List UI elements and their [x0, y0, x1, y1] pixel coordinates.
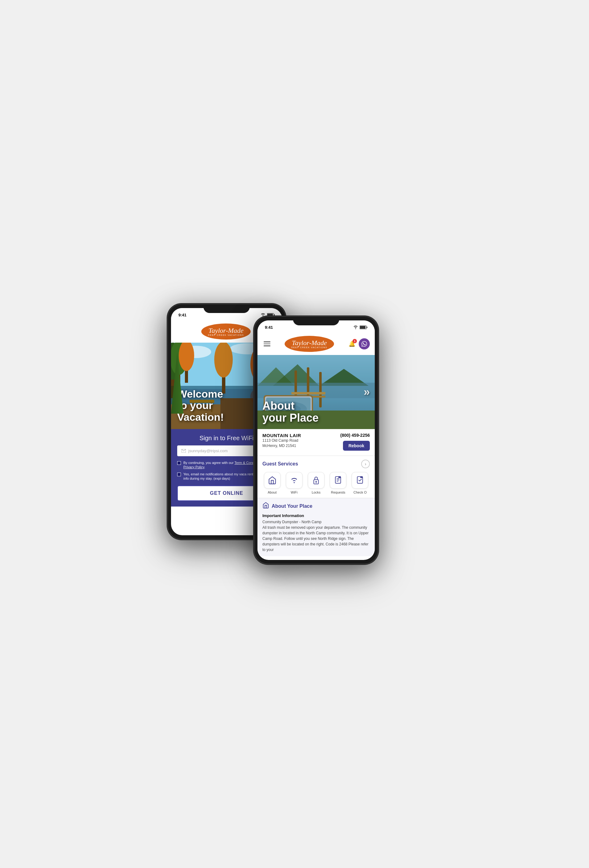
hero-line2-2: your Place: [263, 412, 319, 424]
logo-1: Taylor-Made DEEP CREEK VACATIONS: [201, 323, 251, 340]
service-about-label: About: [268, 490, 277, 494]
wifi-icon-box: [286, 472, 303, 489]
hero-line2-1: to your: [177, 399, 213, 411]
service-requests-label: Requests: [331, 490, 345, 494]
brand-sub-1: DEEP CREEK VACATIONS: [208, 334, 244, 336]
svg-rect-2: [267, 314, 273, 316]
rebook-button[interactable]: Rebook: [343, 441, 370, 451]
svg-rect-1: [274, 314, 275, 316]
services-row: About WiFi: [263, 472, 370, 494]
guest-services-title: Guest Services: [263, 461, 298, 467]
chevron-double-icon[interactable]: »: [364, 385, 370, 399]
about-icon-box: [264, 472, 280, 489]
svg-rect-59: [360, 476, 363, 478]
property-phone[interactable]: (800) 459-2256: [340, 433, 370, 438]
property-top: MOUNTAIN LAIR 1113 Old Camp Road McHenry…: [263, 433, 370, 451]
property-right: (800) 459-2256 Rebook: [340, 433, 370, 451]
whatsapp-button-2[interactable]: [359, 338, 370, 350]
checkout-icon-box: [351, 472, 368, 489]
service-locks-label: Locks: [312, 490, 321, 494]
service-checkout-label: Check O: [353, 490, 367, 494]
phone-2: 9:41 Taylor-Made: [254, 317, 378, 564]
guest-services-header: Guest Services ›: [263, 460, 370, 468]
service-about[interactable]: About: [263, 472, 282, 494]
service-locks[interactable]: Locks: [306, 472, 326, 494]
svg-rect-32: [360, 326, 366, 329]
logo-2: Taylor-Made DEEP CREEK VACATIONS: [285, 336, 334, 352]
brand-sub-2: DEEP CREEK VACATIONS: [291, 346, 327, 348]
check-box-1[interactable]: [177, 461, 181, 465]
service-wifi[interactable]: WiFi: [284, 472, 304, 494]
about-header-title: About Your Place: [272, 503, 312, 509]
locks-icon-box: [308, 472, 325, 489]
svg-point-27: [171, 386, 182, 404]
notification-bell[interactable]: 🔔 1: [347, 339, 357, 349]
notification-badge: 1: [353, 339, 357, 343]
battery-icon-1: [267, 313, 275, 317]
service-requests[interactable]: Requests: [328, 472, 348, 494]
brand-name-1: Taylor-Made: [208, 327, 244, 334]
check-box-2[interactable]: [177, 472, 181, 476]
hero-line3-1: Vacation!: [177, 411, 224, 423]
requests-icon-box: [330, 472, 346, 489]
svg-point-51: [316, 481, 317, 482]
email-placeholder: jsunnyday@tripsi.com: [188, 449, 227, 453]
hero-text-2: About your Place: [263, 400, 319, 424]
about-content: Important Information Community Dumpster…: [263, 513, 370, 552]
wifi-icon-2: [353, 325, 358, 329]
brand-name-2: Taylor-Made: [292, 340, 327, 346]
svg-rect-31: [367, 326, 368, 328]
status-icons-1: [261, 313, 275, 317]
about-content-text: Community Dumpster - North CampAll trash…: [263, 519, 370, 552]
svg-point-26: [214, 342, 233, 378]
status-bar-2: 9:41: [257, 320, 375, 334]
property-info: MOUNTAIN LAIR 1113 Old Camp Road McHenry…: [263, 433, 301, 449]
about-header: About Your Place: [263, 502, 370, 510]
svg-rect-57: [338, 476, 341, 478]
time-2: 9:41: [265, 325, 273, 330]
guest-services-section: Guest Services › About: [257, 456, 375, 498]
hero-line1-1: Welcome: [177, 388, 223, 400]
p2-header-icons: 🔔 1: [347, 338, 370, 350]
hero-image-2: About your Place »: [257, 355, 375, 429]
property-address-line1: 1113 Old Camp Road: [263, 438, 301, 443]
about-place-section: About Your Place Important Information C…: [257, 498, 375, 556]
property-name: MOUNTAIN LAIR: [263, 433, 301, 438]
property-address-line2: McHenry, MD 21541: [263, 443, 301, 449]
guest-services-arrow[interactable]: ›: [361, 460, 370, 468]
hero-line1-2: About: [263, 399, 294, 412]
about-content-heading: Important Information: [263, 513, 370, 518]
property-section: MOUNTAIN LAIR 1113 Old Camp Road McHenry…: [257, 429, 375, 456]
hamburger-menu[interactable]: [263, 340, 272, 348]
wifi-icon-1: [261, 313, 266, 317]
email-icon: [182, 449, 186, 453]
phone-2-screen: 9:41 Taylor-Made: [257, 320, 375, 560]
status-icons-2: [353, 325, 368, 329]
battery-icon-2: [360, 325, 368, 329]
service-wifi-label: WiFi: [291, 490, 298, 494]
time-1: 9:41: [179, 313, 186, 317]
about-home-icon: [263, 502, 269, 510]
service-checkout[interactable]: Check O: [350, 472, 370, 494]
scene: 9:41 Taylor-Made DEEP CREE: [162, 286, 427, 582]
p2-header: Taylor-Made DEEP CREEK VACATIONS 🔔 1: [257, 334, 375, 355]
hero-text-1: Welcome to your Vacation!: [177, 388, 224, 423]
